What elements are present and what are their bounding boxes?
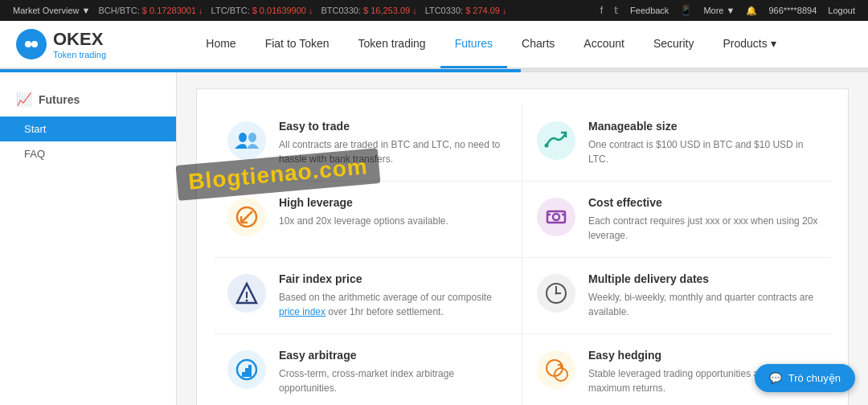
svg-point-25 xyxy=(555,368,567,381)
svg-rect-21 xyxy=(242,372,245,377)
nav-charts[interactable]: Charts xyxy=(507,20,569,68)
feature-title-easy-trade: Easy to trade xyxy=(279,120,509,133)
feedback-button[interactable]: Feedback xyxy=(630,6,669,15)
sidebar: 📈 Futures Start FAQ xyxy=(0,72,177,405)
chat-button[interactable]: 💬 Trò chuyện xyxy=(755,364,855,392)
feature-title-fair: Fair index price xyxy=(279,272,509,285)
svg-point-11 xyxy=(553,214,559,220)
feature-title-leverage: High leverage xyxy=(279,196,448,209)
feature-manageable-size: Manageable size One contract is $100 USD… xyxy=(522,105,832,182)
features-grid: Easy to trade All contracts are traded i… xyxy=(196,88,849,405)
feature-fair-index: Fair index price Based on the arithmetic… xyxy=(213,258,522,334)
mobile-icon: 📱 xyxy=(680,5,692,16)
feature-title-manageable: Manageable size xyxy=(588,120,819,133)
manageable-size-icon xyxy=(537,121,575,160)
chat-label: Trò chuyện xyxy=(788,372,841,384)
svg-point-15 xyxy=(246,300,248,302)
logo-text: OKEX xyxy=(53,29,106,50)
nav-token-trading[interactable]: Token trading xyxy=(344,20,440,68)
feature-title-delivery: Multiple delivery dates xyxy=(588,272,819,285)
sidebar-title: 📈 Futures xyxy=(0,85,176,117)
feature-cost-effective: Cost effective Each contract requires ju… xyxy=(522,182,832,258)
facebook-icon[interactable]: f xyxy=(600,5,603,16)
nav-fiat-to-token[interactable]: Fiat to Token xyxy=(251,20,344,68)
arbitrage-icon xyxy=(227,350,266,389)
feature-title-cost: Cost effective xyxy=(588,196,819,209)
feature-desc-delivery: Weekly, bi-weekly, monthly and quarter c… xyxy=(588,290,819,319)
feature-desc-arbitrage: Cross-term, cross-market index arbitrage… xyxy=(279,366,509,395)
twitter-icon[interactable]: 𝕥 xyxy=(614,5,619,16)
feature-easy-to-trade: Easy to trade All contracts are traded i… xyxy=(213,105,522,182)
price-index-link[interactable]: price index xyxy=(279,306,326,317)
svg-point-2 xyxy=(31,41,38,47)
svg-line-7 xyxy=(241,211,252,223)
easy-trade-icon xyxy=(227,121,266,160)
svg-point-3 xyxy=(239,133,247,142)
nav-home[interactable]: Home xyxy=(191,20,250,68)
products-chevron-icon: ▾ xyxy=(771,37,776,50)
main-content: Easy to trade All contracts are traded i… xyxy=(177,72,868,405)
ticker-left: Market Overview ▼ BCH/BTC: $ 0.17283001 … xyxy=(13,6,506,15)
nav-security[interactable]: Security xyxy=(639,20,709,68)
feature-title-hedging: Easy hedging xyxy=(588,349,819,362)
cost-effective-icon xyxy=(537,198,575,236)
ticker-item-ltcbtc: LTC/BTC: $ 0.01639900 ↓ xyxy=(211,6,313,15)
ticker-right: f 𝕥 Feedback 📱 More ▼ 🔔 966****8894 Logo… xyxy=(600,5,855,16)
user-id: 966****8894 xyxy=(768,6,817,15)
nav-account[interactable]: Account xyxy=(569,20,639,68)
svg-rect-22 xyxy=(245,368,248,377)
ticker-bar: Market Overview ▼ BCH/BTC: $ 0.17283001 … xyxy=(0,0,868,21)
logout-button[interactable]: Logout xyxy=(828,6,855,15)
page-content: 📈 Futures Start FAQ xyxy=(0,72,868,405)
sidebar-item-faq[interactable]: FAQ xyxy=(0,141,176,166)
nav-futures[interactable]: Futures xyxy=(440,20,507,68)
feature-desc-easy-trade: All contracts are traded in BTC and LTC,… xyxy=(279,137,509,166)
sidebar-item-start[interactable]: Start xyxy=(0,117,176,141)
chat-icon: 💬 xyxy=(769,372,782,384)
high-leverage-icon xyxy=(227,198,266,236)
logo-area: OKEX Token trading xyxy=(16,29,106,59)
main-nav: OKEX Token trading Home Fiat to Token To… xyxy=(0,21,868,69)
feature-desc-fair: Based on the arithmetic average of our c… xyxy=(279,290,509,319)
notification-icon[interactable]: 🔔 xyxy=(746,6,757,16)
svg-rect-23 xyxy=(248,365,252,377)
logo-subtitle: Token trading xyxy=(53,50,106,59)
feature-desc-manageable: One contract is $100 USD in BTC and $10 … xyxy=(588,137,819,166)
logo-icon xyxy=(16,29,47,59)
ticker-item-ltc: LTC0330: $ 274.09 ↓ xyxy=(425,6,507,15)
svg-point-1 xyxy=(25,41,31,47)
svg-point-19 xyxy=(555,292,558,295)
nav-links: Home Fiat to Token Token trading Futures… xyxy=(130,20,852,68)
svg-point-4 xyxy=(248,133,256,142)
market-overview[interactable]: Market Overview ▼ xyxy=(13,6,90,15)
hedging-icon xyxy=(537,350,575,389)
delivery-dates-icon xyxy=(537,274,575,313)
feature-desc-cost: Each contract requires just xxx or xxx w… xyxy=(588,214,819,243)
fair-index-icon xyxy=(227,274,266,313)
more-button[interactable]: More ▼ xyxy=(703,6,735,15)
futures-trend-icon: 📈 xyxy=(16,92,32,107)
feature-desc-leverage: 10x and 20x leverage options available. xyxy=(279,214,448,228)
feature-high-leverage: High leverage 10x and 20x leverage optio… xyxy=(213,182,522,258)
svg-point-5 xyxy=(545,144,549,148)
feature-delivery-dates: Multiple delivery dates Weekly, bi-weekl… xyxy=(522,258,832,334)
nav-products[interactable]: Products ▾ xyxy=(709,20,791,68)
ticker-item-btc: BTC0330: $ 16,253.09 ↓ xyxy=(321,6,416,15)
feature-title-arbitrage: Easy arbitrage xyxy=(279,349,509,362)
feature-arbitrage: Easy arbitrage Cross-term, cross-market … xyxy=(213,334,522,405)
ticker-item-bch: BCH/BTC: $ 0.17283001 ↓ xyxy=(98,6,203,15)
